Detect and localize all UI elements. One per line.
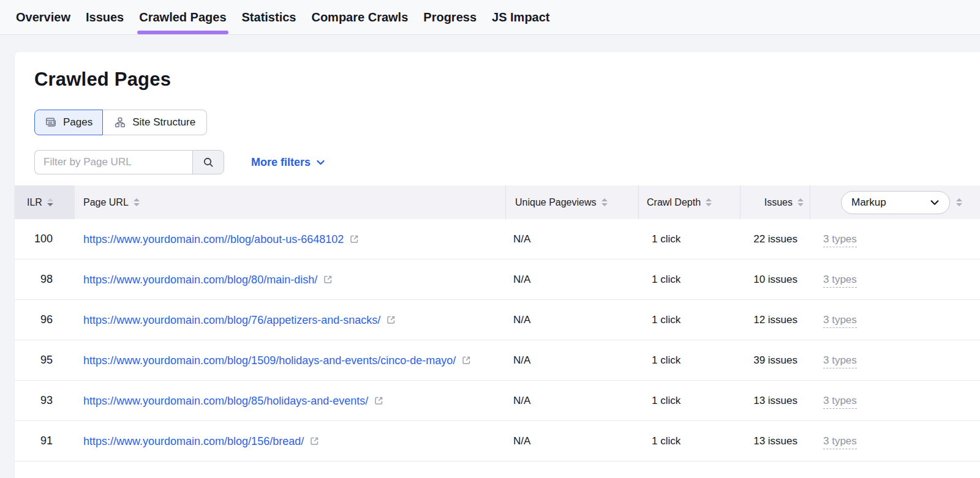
crawl-depth-cell: 1 click: [638, 226, 740, 253]
page-url-cell: https://www.yourdomain.com/blog/1509/hol…: [75, 346, 505, 375]
more-filters-button[interactable]: More filters: [247, 155, 329, 170]
page-url-cell: https://www.yourdomain.com/blog/76/appet…: [75, 305, 505, 335]
nav-tab-compare-crawls[interactable]: Compare Crawls: [311, 0, 408, 34]
page-url-link[interactable]: https://www.yourdomain.com/blog/156/brea…: [83, 434, 304, 449]
external-link-icon[interactable]: [309, 436, 320, 446]
markup-types-link[interactable]: 3 types: [823, 314, 857, 328]
nav-tab-label: Compare Crawls: [311, 10, 408, 24]
markup-types-link[interactable]: 3 types: [823, 274, 857, 288]
sort-icon[interactable]: [956, 198, 962, 206]
page-url-link[interactable]: https://www.yourdomain.com/blog/80/main-…: [83, 272, 317, 287]
sort-icon[interactable]: [797, 198, 804, 206]
nav-tab-issues[interactable]: Issues: [86, 0, 124, 34]
toggle-site-structure-button[interactable]: Site Structure: [103, 110, 207, 135]
issues-cell: 22 issues: [740, 226, 810, 253]
page-url-link[interactable]: https://www.yourdomain.com//blog/about-u…: [83, 232, 344, 247]
column-header-ilr[interactable]: ILR: [15, 185, 75, 219]
issues-cell: 13 issues: [740, 387, 810, 414]
table-row: 98 https://www.yourdomain.com/blog/80/ma…: [15, 260, 980, 300]
column-label: ILR: [27, 197, 42, 208]
markup-cell: 3 types: [810, 226, 980, 253]
external-link-icon[interactable]: [461, 355, 472, 365]
page-url-cell: https://www.yourdomain.com/blog/80/main-…: [75, 265, 505, 294]
column-header-markup: Markup: [810, 185, 980, 219]
sort-icon[interactable]: [706, 198, 712, 206]
filter-input-group: [34, 150, 224, 174]
nav-tab-statistics[interactable]: Statistics: [242, 0, 296, 34]
column-header-issues[interactable]: Issues: [740, 185, 810, 219]
chevron-down-icon: [930, 198, 940, 207]
markup-cell: 3 types: [810, 347, 980, 374]
ilr-cell: 98: [15, 266, 75, 293]
crawl-depth-cell: 1 click: [638, 428, 740, 455]
toggle-pages-button[interactable]: Pages: [34, 110, 103, 135]
unique-pageviews-cell: N/A: [505, 428, 638, 455]
nav-tab-label: JS Impact: [492, 10, 549, 24]
page-url-link[interactable]: https://www.yourdomain.com/blog/76/appet…: [83, 313, 380, 327]
issues-cell: 10 issues: [740, 266, 810, 293]
unique-pageviews-cell: N/A: [505, 387, 638, 414]
external-link-icon[interactable]: [323, 274, 333, 285]
markup-cell: 3 types: [810, 266, 980, 293]
toggle-site-structure-label: Site Structure: [132, 116, 195, 129]
ilr-cell: 96: [15, 306, 75, 334]
filter-row: More filters: [34, 150, 980, 174]
markup-types-link[interactable]: 3 types: [823, 354, 857, 368]
crawl-depth-cell: 1 click: [638, 387, 740, 414]
nav-tab-progress[interactable]: Progress: [423, 0, 477, 34]
nav-tab-crawled-pages[interactable]: Crawled Pages: [139, 0, 226, 34]
external-link-icon[interactable]: [374, 395, 384, 406]
column-label: Issues: [764, 197, 793, 208]
markup-cell: 3 types: [810, 387, 980, 414]
markup-cell: 3 types: [810, 428, 980, 455]
sort-icon[interactable]: [47, 198, 53, 206]
search-button[interactable]: [192, 150, 224, 174]
unique-pageviews-cell: N/A: [505, 266, 638, 293]
column-header-crawl-depth[interactable]: Crawl Depth: [638, 185, 740, 219]
site-structure-icon: [114, 116, 126, 129]
ilr-cell: 93: [15, 387, 75, 414]
ilr-cell: 95: [15, 346, 75, 374]
column-label: Page URL: [83, 197, 129, 208]
search-icon: [202, 156, 214, 168]
markup-column-select[interactable]: Markup: [841, 191, 950, 214]
pages-icon: [45, 116, 57, 129]
page-title: Crawled Pages: [34, 68, 980, 91]
content-card: Crawled Pages Pages: [15, 52, 980, 478]
markup-cell: 3 types: [810, 307, 980, 334]
page-url-filter-input[interactable]: [34, 150, 192, 174]
crawl-depth-cell: 1 click: [638, 266, 740, 293]
table-header: ILR Page URL Unique Pageviews Crawl Dept…: [15, 185, 980, 219]
page-url-cell: https://www.yourdomain.com/blog/156/brea…: [75, 427, 505, 456]
ilr-cell: 100: [15, 225, 75, 253]
chevron-down-icon: [316, 158, 325, 167]
crawled-pages-table: ILR Page URL Unique Pageviews Crawl Dept…: [15, 185, 980, 461]
crawled-pages-screen: Overview Issues Crawled Pages Statistics…: [0, 0, 980, 478]
nav-tab-js-impact[interactable]: JS Impact: [492, 0, 549, 34]
markup-types-link[interactable]: 3 types: [823, 233, 857, 247]
sort-icon[interactable]: [134, 198, 140, 206]
unique-pageviews-cell: N/A: [505, 347, 638, 374]
markup-types-link[interactable]: 3 types: [823, 435, 857, 449]
external-link-icon[interactable]: [386, 315, 396, 325]
crawl-depth-cell: 1 click: [638, 347, 740, 374]
page-url-link[interactable]: https://www.yourdomain.com/blog/85/holid…: [83, 394, 368, 408]
column-header-unique-pageviews[interactable]: Unique Pageviews: [505, 185, 638, 219]
issues-cell: 39 issues: [740, 347, 810, 374]
issues-cell: 13 issues: [740, 428, 810, 455]
external-link-icon[interactable]: [349, 234, 360, 244]
top-nav: Overview Issues Crawled Pages Statistics…: [0, 0, 980, 35]
page-url-cell: https://www.yourdomain.com/blog/85/holid…: [75, 386, 505, 416]
column-label: Unique Pageviews: [515, 197, 597, 208]
table-row: 96 https://www.yourdomain.com/blog/76/ap…: [15, 300, 980, 340]
sort-icon[interactable]: [601, 198, 608, 206]
table-body: 100 https://www.yourdomain.com//blog/abo…: [15, 219, 980, 461]
page-url-link[interactable]: https://www.yourdomain.com/blog/1509/hol…: [83, 353, 456, 368]
active-tab-underline: [137, 31, 228, 34]
nav-tab-overview[interactable]: Overview: [16, 0, 70, 34]
markup-types-link[interactable]: 3 types: [823, 395, 857, 409]
markup-select-value: Markup: [851, 196, 886, 209]
column-label: Crawl Depth: [647, 197, 701, 208]
unique-pageviews-cell: N/A: [505, 307, 638, 334]
column-header-page-url[interactable]: Page URL: [75, 185, 505, 219]
